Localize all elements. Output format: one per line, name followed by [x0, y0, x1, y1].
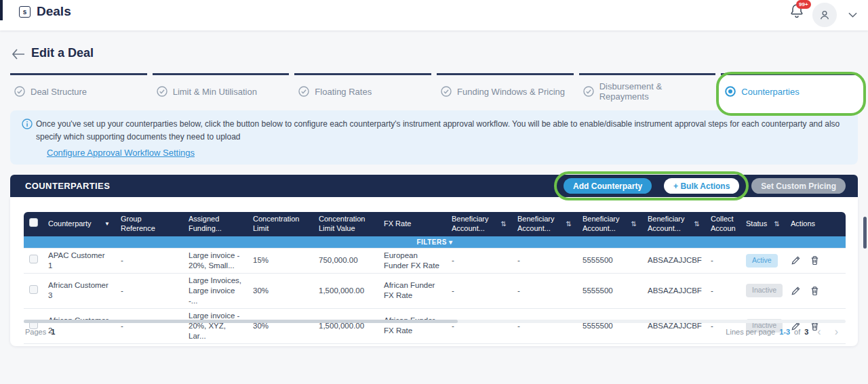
- row-checkbox[interactable]: [29, 255, 38, 263]
- col-counterparty[interactable]: Counterparty▼: [43, 212, 115, 236]
- cell-counterparty: APAC Customer 1: [43, 249, 115, 274]
- cell-beneficiary-account: -: [446, 249, 512, 274]
- edit-icon[interactable]: [791, 286, 801, 296]
- cell-beneficiary-account: -: [446, 273, 512, 308]
- configure-approval-workflow-link[interactable]: Configure Approval Workflow Settings: [47, 148, 195, 158]
- col-collection-account: Collect Accoun: [705, 212, 741, 236]
- step-label: Limit & Min Utilisation: [173, 87, 257, 97]
- cell-fx-rate: African Funder FX Rate: [378, 273, 446, 308]
- cell-concentration-limit-value: 1,500,000.00: [313, 273, 378, 308]
- status-badge: Active: [746, 254, 778, 268]
- table-header-row: Counterparty▼ Group Reference Assigned F…: [24, 212, 846, 236]
- col-actions: Actions: [785, 212, 846, 236]
- col-beneficiary-account-1[interactable]: Beneficiary Account...⇅: [446, 212, 512, 236]
- col-group-reference: Group Reference: [115, 212, 183, 236]
- cell-assigned-funding: Large Invoices, Large invoice -...: [183, 273, 248, 308]
- step-funding-windows-pricing[interactable]: Funding Windows & Pricing: [437, 73, 574, 110]
- page-title: Edit a Deal: [31, 46, 94, 60]
- col-beneficiary-account-4[interactable]: Beneficiary Account...⇅: [642, 212, 705, 236]
- info-banner: Once you've set up your counterparties b…: [10, 110, 858, 165]
- step-counterparties[interactable]: Counterparties: [721, 73, 858, 110]
- col-fx-rate: FX Rate: [378, 212, 446, 236]
- cell-concentration-limit: 15%: [248, 249, 313, 274]
- horizontal-scrollbar[interactable]: [24, 320, 846, 323]
- step-disbursement-repayments[interactable]: Disbursement & Repayments: [579, 73, 716, 110]
- check-circle-icon: [583, 86, 594, 97]
- check-circle-icon: [14, 86, 25, 97]
- chevron-down-icon[interactable]: [846, 7, 859, 23]
- col-beneficiary-account-3[interactable]: Beneficiary Account...⇅: [577, 212, 642, 236]
- col-status[interactable]: Status⇅: [741, 212, 785, 236]
- col-assigned-funding: Assigned Funding...: [183, 212, 248, 236]
- delete-icon[interactable]: [810, 255, 820, 265]
- lines-total: 3: [804, 328, 808, 336]
- step-label: Disbursement & Repayments: [599, 81, 713, 102]
- app-logo-icon[interactable]: s: [19, 6, 31, 18]
- cell-group-reference: -: [115, 249, 183, 274]
- person-icon: [818, 8, 831, 22]
- step-deal-structure[interactable]: Deal Structure: [10, 73, 147, 110]
- counterparties-card: Counterparty▼ Group Reference Assigned F…: [10, 197, 858, 346]
- cell-beneficiary-account: ABSAZAJJCBF: [642, 249, 705, 274]
- lines-per-page-label: Lines per page: [726, 328, 775, 336]
- lines-range[interactable]: 1-3: [779, 328, 790, 336]
- sort-icon: ⇅: [501, 220, 507, 229]
- cell-beneficiary-account: -: [512, 273, 577, 308]
- col-concentration-limit-value: Concentration Limit Value: [313, 212, 378, 236]
- step-label: Funding Windows & Pricing: [457, 87, 565, 97]
- check-circle-icon: [441, 86, 452, 97]
- cell-fx-rate: European Funder FX Rate: [378, 249, 446, 274]
- check-circle-icon: [298, 86, 309, 97]
- pages-label: Pages: [25, 328, 46, 336]
- notification-badge: 99+: [796, 0, 811, 9]
- filters-row[interactable]: FILTERS ▾: [24, 236, 846, 249]
- cell-concentration-limit-value: 750,000.00: [313, 249, 378, 274]
- edit-icon[interactable]: [791, 255, 801, 265]
- top-bar: s Deals 99+: [0, 0, 868, 30]
- back-button[interactable]: [10, 46, 26, 62]
- table-row[interactable]: APAC Customer 1 - Large invoice - 20%, S…: [24, 249, 846, 274]
- bulk-actions-button[interactable]: + Bulk Actions: [664, 178, 739, 194]
- vertical-scrollbar[interactable]: [863, 217, 867, 249]
- cell-beneficiary-account: 5555500: [577, 273, 642, 308]
- cell-assigned-funding: Large invoice - 20%, Small...: [183, 249, 248, 274]
- horizontal-scrollbar-thumb[interactable]: [24, 320, 458, 323]
- step-label: Counterparties: [741, 87, 799, 97]
- current-page[interactable]: 1: [51, 328, 55, 336]
- section-title: COUNTERPARTIES: [25, 181, 110, 191]
- cell-beneficiary-account: -: [512, 249, 577, 274]
- select-all-checkbox[interactable]: [29, 218, 38, 227]
- cell-collection-account: -: [705, 273, 741, 308]
- delete-icon[interactable]: [810, 286, 820, 296]
- back-arrow-icon: [12, 49, 25, 60]
- next-page-chevron-icon[interactable]: ›: [830, 326, 843, 337]
- sort-icon: ⇅: [566, 220, 572, 229]
- col-concentration-limit: Concentration Limit: [248, 212, 313, 236]
- step-floating-rates[interactable]: Floating Rates: [294, 73, 431, 110]
- prev-page-chevron-icon[interactable]: ‹: [812, 326, 825, 337]
- check-circle-icon: [157, 86, 167, 97]
- col-beneficiary-account-2[interactable]: Beneficiary Account...⇅: [512, 212, 577, 236]
- step-label: Deal Structure: [31, 87, 87, 97]
- status-badge: Inactive: [746, 284, 783, 297]
- sort-icon: ⇅: [631, 220, 637, 229]
- info-banner-text: Once you've set up your counterparties b…: [36, 118, 846, 143]
- cell-concentration-limit: 30%: [248, 273, 313, 308]
- radio-active-icon: [725, 86, 736, 97]
- left-edge-strip: [0, 0, 3, 20]
- filters-label: FILTERS: [416, 238, 446, 246]
- pagination-bar: Pages 1 Lines per page 1-3 of 3 ‹ ›: [25, 324, 843, 339]
- counterparties-toolbar: COUNTERPARTIES Add Counterparty + Bulk A…: [10, 175, 858, 197]
- row-checkbox[interactable]: [29, 285, 38, 294]
- set-custom-pricing-button[interactable]: Set Custom Pricing: [751, 178, 846, 194]
- deal-stepper: Deal Structure Limit & Min Utilisation F…: [10, 73, 858, 110]
- add-counterparty-button[interactable]: Add Counterparty: [564, 178, 652, 194]
- app-title: Deals: [37, 4, 71, 19]
- sort-icon: ⇅: [774, 220, 780, 229]
- step-limit-min-utilisation[interactable]: Limit & Min Utilisation: [153, 73, 290, 110]
- user-avatar[interactable]: [812, 3, 837, 27]
- select-all-cell: [24, 212, 43, 236]
- table-row[interactable]: African Customer 3 - Large Invoices, Lar…: [24, 273, 846, 308]
- cell-beneficiary-account: ABSAZAJJCBF: [642, 273, 705, 308]
- cell-counterparty: African Customer 3: [43, 273, 115, 308]
